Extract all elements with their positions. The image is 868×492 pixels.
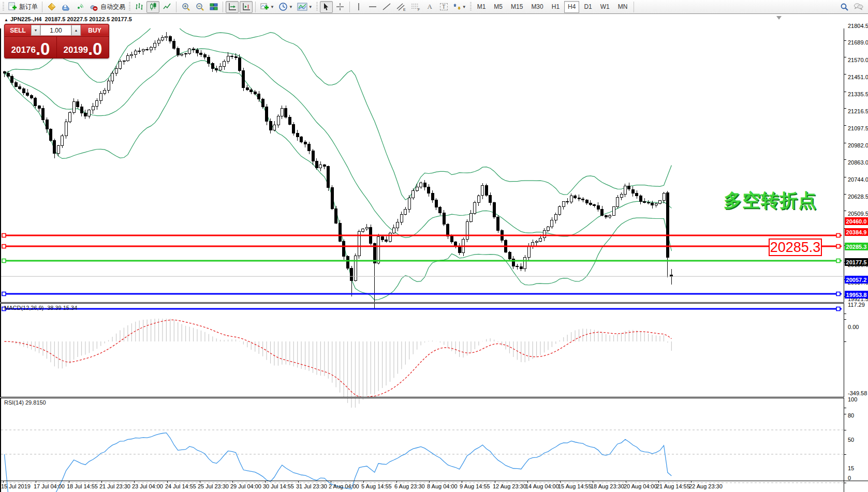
sell-button[interactable]: SELL — [5, 25, 31, 36]
autotrading-label: 自动交易 — [100, 3, 125, 11]
signals-icon — [75, 2, 84, 11]
date-tick — [658, 481, 659, 483]
line-price-label[interactable]: 20285.3 — [845, 243, 868, 250]
buy-button[interactable]: BUY — [81, 25, 108, 36]
date-label: 31 Jul 23:30 — [296, 483, 327, 489]
horizontal-line-20285.3[interactable] — [2, 259, 842, 263]
price-tick-label: 20628.5 — [848, 193, 868, 200]
line-chart-icon — [163, 2, 172, 11]
horizontal-line-tool-button[interactable] — [366, 1, 379, 13]
chart-canvas[interactable] — [0, 14, 868, 492]
tile-windows-button[interactable] — [207, 1, 220, 13]
date-label: 17 Jul 04:00 — [34, 483, 65, 489]
macd-signal-line — [5, 320, 672, 397]
line-price-label[interactable]: 20460.0 — [845, 217, 868, 225]
separator — [176, 2, 176, 12]
volume-input[interactable] — [40, 25, 71, 36]
timeframe-button-d1[interactable]: D1 — [580, 1, 595, 13]
horizontal-line-19953.8[interactable] — [2, 307, 842, 311]
dropdown-caret-icon: ▼ — [289, 5, 293, 9]
timeframe-button-mn[interactable]: MN — [614, 1, 631, 13]
autotrading-button[interactable]: 自动交易 — [87, 1, 127, 13]
rsi-tick-label: 0 — [848, 475, 851, 481]
new-order-label: 新订单 — [19, 3, 38, 11]
date-tick — [363, 481, 364, 483]
date-tick — [527, 481, 528, 483]
timeframe-button-m30[interactable]: M30 — [527, 1, 547, 13]
pane-divider-rsi[interactable] — [0, 397, 844, 398]
horizontal-line-20460.0[interactable] — [2, 234, 842, 237]
line-price-label[interactable]: 19953.8 — [845, 291, 868, 299]
trading-terminal-window: 新订单 自动交易 — [0, 0, 868, 492]
zoom-in-button[interactable] — [179, 1, 192, 13]
volume-up-button[interactable]: ▲ — [71, 25, 81, 36]
pane-divider-macd[interactable] — [0, 302, 844, 304]
search-button[interactable] — [838, 1, 851, 13]
chart-title: ▲JPN225-,H4 20187.5 20227.5 20122.5 2017… — [4, 16, 132, 22]
date-tick — [69, 481, 69, 483]
price-tick-label: 21097.5 — [848, 125, 868, 131]
vertical-line-icon — [355, 3, 362, 11]
date-tick — [593, 481, 593, 483]
sell-price[interactable]: 20176 .0 — [5, 37, 57, 58]
trendline-tool-button[interactable] — [380, 1, 393, 13]
collapse-triangle-icon[interactable]: ▲ — [4, 18, 8, 22]
chart-shift-button[interactable] — [240, 1, 253, 13]
tile-windows-icon — [209, 2, 218, 11]
zoom-out-button[interactable] — [193, 1, 206, 13]
chat-icon — [854, 3, 863, 11]
timeframe-button-m5[interactable]: M5 — [490, 1, 506, 13]
chat-button[interactable] — [852, 1, 865, 13]
crosshair-tool-button[interactable] — [334, 1, 347, 13]
cursor-tool-button[interactable] — [320, 1, 333, 13]
auto-scroll-button[interactable] — [226, 1, 239, 13]
chart-shift-icon — [242, 2, 251, 11]
timeframe-button-w1[interactable]: W1 — [597, 1, 613, 13]
equidistant-channel-tool-button[interactable]: E — [394, 1, 408, 13]
chart-shift-marker[interactable] — [776, 16, 782, 20]
bar-chart-icon — [135, 2, 144, 11]
community-button[interactable] — [59, 1, 72, 13]
line-chart-button[interactable] — [160, 1, 173, 13]
fibonacci-tool-button[interactable]: F — [409, 1, 422, 13]
dropdown-caret-icon: ▼ — [462, 5, 466, 9]
templates-button[interactable]: ▼ — [296, 1, 314, 13]
metaquotes-button[interactable] — [45, 1, 58, 13]
rsi-tick-label: 80 — [848, 412, 854, 419]
one-click-trading-panel: SELL ▼ ▲ BUY 20176 .0 20199 .0 — [4, 24, 109, 58]
cursor-icon — [322, 3, 330, 11]
bar-chart-button[interactable] — [133, 1, 145, 13]
timeframe-button-m15[interactable]: M15 — [507, 1, 526, 13]
price-tick-label: 21689.0 — [848, 39, 868, 46]
line-price-label[interactable]: 20057.2 — [845, 276, 868, 284]
chart-window[interactable] — [0, 14, 868, 492]
date-tick — [396, 481, 397, 483]
text-label-tool-button[interactable]: T — [437, 1, 450, 13]
price-box-annotation[interactable]: 20285.3 — [769, 238, 822, 256]
indicators-icon — [260, 2, 269, 11]
toolbar-grip — [470, 2, 472, 11]
new-order-button[interactable]: 新订单 — [6, 1, 39, 13]
timeframe-button-h4[interactable]: H4 — [564, 1, 579, 13]
periods-button[interactable]: ▼ — [277, 1, 295, 13]
arrows-tool-button[interactable]: ▼ — [451, 1, 468, 13]
buy-price[interactable]: 20199 .0 — [57, 37, 109, 58]
dropdown-caret-icon: ▼ — [308, 5, 313, 9]
date-label: 25 Jul 23:30 — [198, 483, 229, 489]
signals-button[interactable] — [73, 1, 86, 13]
timeframe-button-h1[interactable]: H1 — [548, 1, 563, 13]
timeframe-button-m1[interactable]: M1 — [474, 1, 490, 13]
vertical-line-tool-button[interactable] — [352, 1, 365, 13]
date-label: 18 Aug 23:30 — [591, 483, 624, 489]
price-tick-label: 21451.0 — [848, 74, 868, 80]
candlestick-chart-button[interactable] — [146, 1, 159, 13]
text-tool-button[interactable]: A — [423, 1, 436, 13]
horizontal-line-20384.9[interactable] — [2, 245, 842, 248]
date-label: 21 Jul 23:30 — [99, 483, 130, 489]
horizontal-line-20057.2[interactable] — [2, 292, 842, 296]
turning-point-annotation[interactable]: 多空转折点 — [724, 188, 817, 213]
volume-down-button[interactable]: ▼ — [31, 25, 40, 36]
indicators-button[interactable]: ▼ — [258, 1, 276, 13]
date-tick — [495, 481, 495, 483]
line-price-label[interactable]: 20384.9 — [845, 228, 868, 236]
